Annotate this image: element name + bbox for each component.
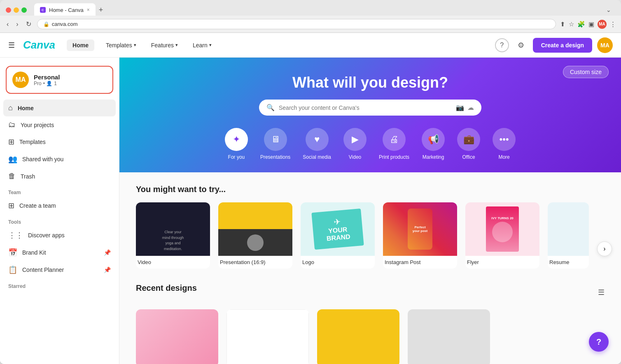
resume-card[interactable]: Resume xyxy=(548,202,589,269)
category-office[interactable]: 💼 Office xyxy=(457,128,480,160)
extensions-icon[interactable]: 🧩 xyxy=(577,21,585,28)
office-icon: 💼 xyxy=(463,134,474,145)
presentation-card[interactable]: Presentation (16:9) xyxy=(218,202,292,269)
sidebar-item-discover-apps[interactable]: ⋮⋮ Discover apps xyxy=(3,227,116,244)
user-avatar-nav[interactable]: MA xyxy=(597,37,613,53)
profile-card[interactable]: MA Personal Pro • 👤 1 xyxy=(6,66,113,94)
category-presentations[interactable]: 🖥 Presentations xyxy=(260,128,290,160)
logo-card-label: Logo xyxy=(301,256,375,269)
tab-close-icon[interactable]: × xyxy=(87,7,90,13)
category-for-you[interactable]: ✦ For you xyxy=(225,128,248,160)
features-nav-link[interactable]: Features ▾ xyxy=(148,39,181,51)
sidebar-item-templates[interactable]: ⊞ Templates xyxy=(3,133,116,151)
canva-logo[interactable]: Canva xyxy=(23,39,55,51)
projects-icon: 🗂 xyxy=(8,121,16,129)
recent-title: Recent designs xyxy=(136,283,197,293)
tab-expand-icon[interactable]: ⌄ xyxy=(606,7,611,13)
features-chevron-icon: ▾ xyxy=(175,42,178,48)
category-more[interactable]: ••• More xyxy=(493,128,516,160)
video-card[interactable]: Clear yourmind throughyoga andmeditation… xyxy=(136,202,210,269)
close-button[interactable] xyxy=(6,7,11,13)
flyer-card[interactable]: IVY TURNS 20 Flyer xyxy=(465,202,539,269)
for-you-icon: ✦ xyxy=(233,134,240,145)
suggestions-row: Clear yourmind throughyoga andmeditation… xyxy=(136,202,605,269)
bookmark-icon[interactable]: ☆ xyxy=(569,21,574,28)
starred-section-label: Starred xyxy=(0,278,119,291)
marketing-icon: 📢 xyxy=(428,134,439,145)
for-you-circle: ✦ xyxy=(225,128,248,151)
sidebar-content-planner-label: Content Planner xyxy=(22,267,64,273)
sidebar-item-trash[interactable]: 🗑 Trash xyxy=(3,168,116,185)
back-button[interactable]: ‹ xyxy=(5,20,10,29)
home-nav-button[interactable]: Home xyxy=(67,39,94,51)
sidebar-item-create-team[interactable]: ⊞ Create a team xyxy=(3,197,116,214)
top-nav: ☰ Canva Home Templates ▾ Features ▾ Lear… xyxy=(0,33,621,58)
menu-icon[interactable]: ⋮ xyxy=(610,21,616,28)
help-button[interactable]: ? xyxy=(495,38,509,52)
presentations-circle: 🖥 xyxy=(264,128,287,151)
hamburger-menu[interactable]: ☰ xyxy=(8,41,15,50)
tools-section-label: Tools xyxy=(0,214,119,227)
camera-search-icon[interactable]: 📷 xyxy=(456,104,464,111)
maximize-button[interactable] xyxy=(21,7,27,13)
video-circle: ▶ xyxy=(343,128,367,151)
hero-banner: Custom size What will you design? 🔍 📷 ☁ xyxy=(119,58,621,172)
learn-nav-link[interactable]: Learn ▾ xyxy=(189,39,215,51)
logo-card[interactable]: ✈ YOURBRAND Logo xyxy=(301,202,375,269)
minimize-button[interactable] xyxy=(14,7,19,13)
instagram-thumb: Perfectyour post xyxy=(383,202,457,256)
search-input[interactable] xyxy=(279,104,452,111)
list-view-icon[interactable]: ☰ xyxy=(598,288,605,297)
scroll-right-button[interactable]: › xyxy=(597,241,612,269)
new-tab-icon[interactable]: + xyxy=(99,6,103,14)
sidebar-item-brand-kit[interactable]: 📅 Brand Kit 📌 xyxy=(3,244,116,261)
forward-button[interactable]: › xyxy=(14,20,20,29)
templates-nav-link[interactable]: Templates ▾ xyxy=(103,39,140,51)
recent-thumb-4 xyxy=(408,309,490,364)
tab-favicon: C xyxy=(40,7,46,13)
upload-search-icon[interactable]: ☁ xyxy=(467,104,474,111)
more-icon: ••• xyxy=(500,134,509,145)
tab-grid-icon[interactable]: ▣ xyxy=(588,21,594,28)
recent-card-3[interactable] xyxy=(317,309,399,364)
logo-thumb: ✈ YOURBRAND xyxy=(301,202,375,256)
sidebar-home-label: Home xyxy=(18,105,34,111)
window-controls[interactable] xyxy=(6,7,27,13)
video-card-label: Video xyxy=(136,256,210,269)
category-social-media[interactable]: ♥ Social media xyxy=(303,128,331,160)
content-area: Custom size What will you design? 🔍 📷 ☁ xyxy=(119,58,621,364)
for-you-label: For you xyxy=(228,154,245,160)
recent-card-1[interactable] xyxy=(136,309,218,364)
sidebar-item-projects[interactable]: 🗂 Your projects xyxy=(3,116,116,133)
search-bar[interactable]: 🔍 📷 ☁ xyxy=(259,100,481,116)
share-icon[interactable]: ⬆ xyxy=(560,21,565,28)
sidebar-item-shared[interactable]: 👥 Shared with you xyxy=(3,151,116,168)
recent-card-2[interactable] xyxy=(226,309,309,364)
category-icons: ✦ For you 🖥 Presentations ♥ xyxy=(225,128,516,160)
sidebar-item-home[interactable]: ⌂ Home xyxy=(3,100,116,116)
logo-brand-text: YOURBRAND xyxy=(326,226,351,242)
recent-card-4[interactable] xyxy=(408,309,490,364)
sidebar-shared-label: Shared with you xyxy=(22,156,63,162)
category-marketing[interactable]: 📢 Marketing xyxy=(422,128,445,160)
floating-help-button[interactable]: ? xyxy=(589,332,609,352)
tools-nav: ⋮⋮ Discover apps 📅 Brand Kit 📌 📋 C xyxy=(0,227,119,278)
create-design-button[interactable]: Create a design xyxy=(533,38,592,53)
active-tab[interactable]: C Home - Canva × xyxy=(34,3,96,16)
flyer-inner: IVY TURNS 20 xyxy=(486,206,519,252)
marketing-label: Marketing xyxy=(423,154,444,160)
sidebar-create-team-label: Create a team xyxy=(19,202,56,209)
lock-icon: 🔒 xyxy=(43,21,49,27)
office-label: Office xyxy=(462,154,475,160)
category-print-products[interactable]: 🖨 Print products xyxy=(379,128,409,160)
category-video[interactable]: ▶ Video xyxy=(343,128,367,160)
custom-size-button[interactable]: Custom size xyxy=(563,66,609,78)
print-products-icon: 🖨 xyxy=(390,134,399,145)
video-thumb: Clear yourmind throughyoga andmeditation… xyxy=(136,202,210,256)
browser-user-avatar[interactable]: MA xyxy=(598,20,607,29)
settings-button[interactable]: ⚙ xyxy=(514,38,528,52)
instagram-card[interactable]: Perfectyour post Instagram Post xyxy=(383,202,457,269)
sidebar-item-content-planner[interactable]: 📋 Content Planner 📌 xyxy=(3,261,116,278)
reload-button[interactable]: ↻ xyxy=(24,19,33,29)
address-input[interactable]: 🔒 canva.com xyxy=(37,19,556,29)
